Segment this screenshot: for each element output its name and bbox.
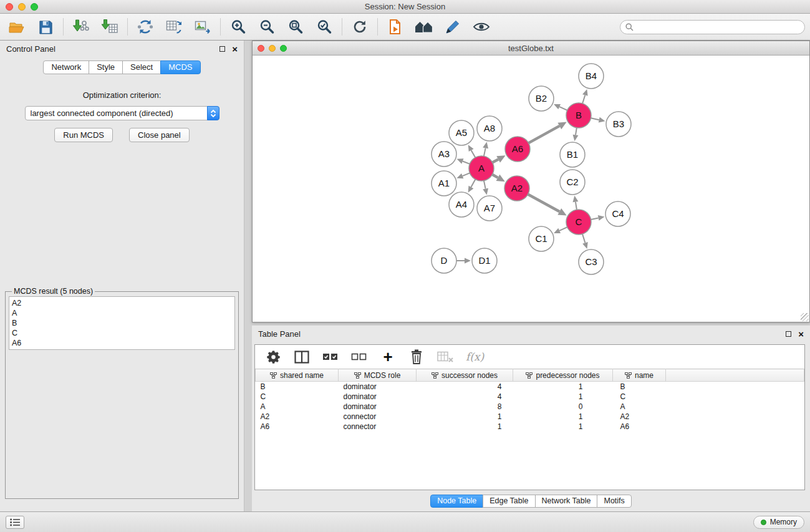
export-image-button[interactable] (191, 16, 215, 37)
zoom-in-button[interactable] (226, 16, 250, 37)
graph-edge-A-A3[interactable] (463, 161, 470, 163)
close-mcds-panel-button[interactable]: Close panel (129, 128, 190, 142)
save-session-button[interactable] (34, 16, 57, 37)
table-cell[interactable]: 4 (417, 392, 513, 402)
table-row[interactable]: A2connector11A2 (256, 412, 804, 422)
graph-edge-A6-B[interactable] (529, 126, 560, 143)
table-row[interactable]: Bdominator41B (256, 382, 804, 392)
tab-mcds[interactable]: MCDS (160, 60, 200, 74)
graph-edge-A-A6[interactable] (493, 159, 498, 162)
graph-node-C3[interactable]: C3 (579, 249, 604, 274)
column-header[interactable]: shared name (256, 369, 339, 382)
graph-node-A5[interactable]: A5 (449, 120, 474, 145)
column-header[interactable]: predecessor nodes (513, 369, 613, 382)
search-field[interactable] (620, 20, 805, 34)
graph-edge-B-B4[interactable] (582, 95, 585, 103)
zoom-out-button[interactable] (255, 16, 279, 37)
graph-node-B4[interactable]: B4 (579, 64, 604, 89)
table-cell[interactable]: C (613, 392, 666, 402)
table-settings-button[interactable] (265, 349, 281, 365)
import-network-button[interactable] (69, 16, 93, 37)
table-cell[interactable]: dominator (339, 392, 417, 402)
close-table-panel-icon[interactable]: × (798, 329, 804, 339)
graph-node-B2[interactable]: B2 (529, 86, 554, 111)
table-cell[interactable]: 1 (513, 412, 613, 422)
table-cell[interactable]: 8 (417, 402, 513, 412)
tab-motifs[interactable]: Motifs (597, 495, 631, 508)
tab-node-table[interactable]: Node Table (430, 495, 483, 508)
mcds-result-item[interactable]: C (12, 328, 232, 338)
graph-node-B1[interactable]: B1 (560, 142, 585, 167)
graph-edge-C-C2[interactable] (576, 202, 577, 210)
graph-node-A2[interactable]: A2 (504, 176, 529, 201)
search-input[interactable] (637, 22, 799, 31)
new-network-button[interactable] (133, 16, 157, 37)
column-header[interactable]: name (613, 369, 666, 382)
table-cell[interactable]: dominator (339, 382, 417, 392)
graph-edge-B-B3[interactable] (591, 118, 599, 120)
close-panel-icon[interactable]: × (232, 44, 238, 54)
graph-edge-A2-C[interactable] (528, 195, 560, 212)
table-cell[interactable]: 1 (513, 382, 613, 392)
table-cell[interactable]: A (256, 402, 339, 412)
refresh-button[interactable] (348, 16, 372, 37)
graph-node-A6[interactable]: A6 (505, 137, 530, 162)
float-table-panel-icon[interactable] (786, 331, 791, 337)
table-cell[interactable]: 1 (513, 392, 613, 402)
mcds-result-item[interactable]: A6 (12, 338, 232, 348)
graph-node-C[interactable]: C (566, 210, 591, 235)
table-cell[interactable]: A6 (613, 422, 666, 432)
graph-node-C4[interactable]: C4 (605, 201, 630, 226)
graph-node-A1[interactable]: A1 (432, 171, 456, 196)
table-cell[interactable]: dominator (339, 402, 417, 412)
float-panel-icon[interactable] (219, 46, 225, 52)
table-cell[interactable]: B (613, 382, 666, 392)
column-header[interactable]: successor nodes (417, 369, 513, 382)
network-window-titlebar[interactable]: testGlobe.txt (253, 41, 809, 56)
graph-node-C1[interactable]: C1 (529, 226, 554, 251)
graph-node-B[interactable]: B (566, 103, 591, 128)
mcds-result-item[interactable]: A2 (12, 298, 232, 308)
table-cell[interactable]: 0 (513, 402, 613, 412)
table-row[interactable]: Adominator80A (256, 402, 804, 412)
zoom-selected-button[interactable] (312, 16, 336, 37)
open-document-button[interactable] (383, 16, 407, 37)
task-history-button[interactable] (6, 516, 24, 529)
home-button[interactable] (412, 16, 436, 37)
table-cell[interactable]: 1 (513, 422, 613, 432)
table-row[interactable]: A6connector11A6 (256, 422, 804, 432)
table-cell[interactable]: 1 (417, 412, 513, 422)
import-table-button[interactable] (98, 16, 122, 37)
tab-edge-table[interactable]: Edge Table (483, 495, 535, 508)
add-column-button[interactable]: + (380, 349, 396, 365)
select-all-button[interactable] (322, 349, 339, 365)
table-cell[interactable]: A2 (613, 412, 666, 422)
graph-node-C2[interactable]: C2 (560, 170, 585, 195)
deselect-all-button[interactable] (351, 349, 367, 365)
tab-network[interactable]: Network (43, 60, 89, 74)
delete-column-button[interactable] (408, 349, 425, 365)
graph-edge-A-A1[interactable] (463, 173, 470, 176)
resize-grip[interactable] (801, 313, 809, 321)
mcds-result-item[interactable]: B (12, 318, 232, 328)
mcds-result-item[interactable]: A (12, 308, 232, 318)
table-cell[interactable]: B (256, 382, 339, 392)
graph-edge-A-A8[interactable] (484, 148, 486, 156)
graph-edge-A-A2[interactable] (492, 175, 498, 178)
graph-node-D1[interactable]: D1 (472, 248, 497, 273)
graph-edge-A-A4[interactable] (471, 180, 475, 187)
annotation-button[interactable] (441, 16, 465, 37)
table-row[interactable]: Cdominator41C (256, 392, 804, 402)
graph-edge-C-C1[interactable] (559, 227, 567, 231)
table-cell[interactable]: A6 (256, 422, 339, 432)
tab-select[interactable]: Select (122, 60, 161, 74)
graph-node-A[interactable]: A (469, 156, 494, 181)
run-mcds-button[interactable]: Run MCDS (54, 128, 113, 142)
graph-edge-C-C4[interactable] (591, 218, 599, 219)
graph-edge-C-C3[interactable] (582, 234, 585, 243)
table-cell[interactable]: connector (339, 412, 417, 422)
table-cell[interactable]: 4 (417, 382, 513, 392)
memory-button[interactable]: Memory (753, 516, 804, 529)
graph-edge-B-B2[interactable] (559, 107, 567, 110)
graph-node-B3[interactable]: B3 (606, 112, 631, 137)
